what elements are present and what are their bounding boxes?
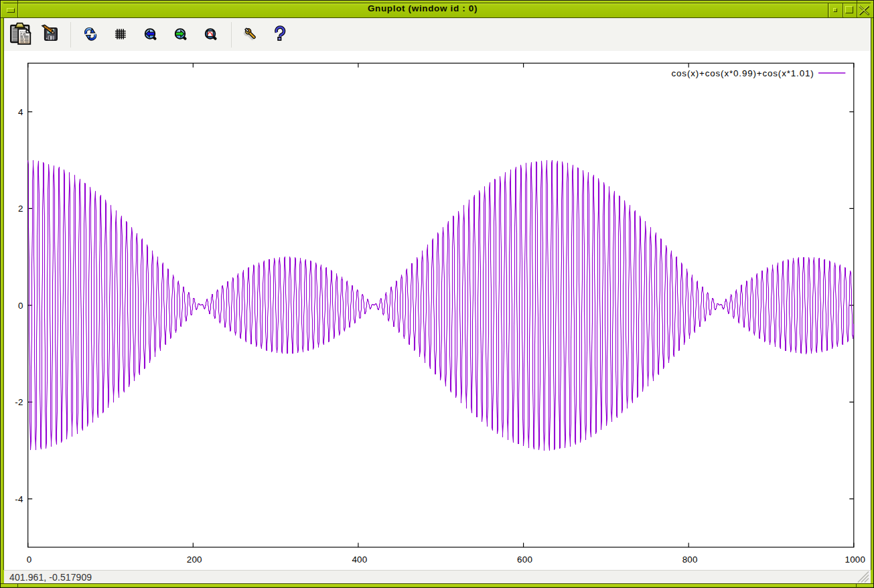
svg-text:200: 200 bbox=[187, 554, 202, 564]
svg-text:600: 600 bbox=[517, 554, 532, 564]
svg-text:400: 400 bbox=[352, 554, 367, 564]
svg-text:1000: 1000 bbox=[845, 554, 866, 564]
svg-text:-2: -2 bbox=[15, 397, 23, 407]
svg-text:cos(x)+cos(x*0.99)+cos(x*1.01): cos(x)+cos(x*0.99)+cos(x*1.01) bbox=[672, 68, 814, 78]
svg-text:800: 800 bbox=[682, 554, 698, 564]
svg-text:4: 4 bbox=[18, 106, 23, 117]
svg-text:-4: -4 bbox=[15, 494, 23, 504]
svg-text:0: 0 bbox=[18, 300, 23, 310]
svg-text:2: 2 bbox=[18, 204, 23, 214]
svg-text:0: 0 bbox=[27, 554, 32, 564]
